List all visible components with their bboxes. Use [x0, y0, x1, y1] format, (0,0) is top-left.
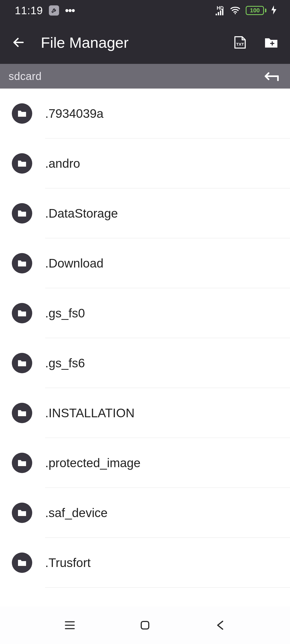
folder-icon: [12, 303, 32, 323]
folder-icon: [12, 103, 32, 124]
svg-rect-1: [218, 12, 219, 15]
file-name: .Trusfort: [45, 555, 91, 570]
back-button[interactable]: [11, 35, 26, 50]
list-item[interactable]: .7934039a: [0, 89, 290, 138]
list-item[interactable]: .Download: [0, 238, 290, 288]
battery-indicator: 100: [246, 6, 266, 15]
battery-level: 100: [250, 7, 260, 14]
file-name: .gs_fs0: [45, 306, 85, 320]
up-directory-button[interactable]: [263, 68, 280, 85]
list-item[interactable]: .andro: [0, 138, 290, 188]
file-name: .DataStorage: [45, 206, 118, 221]
folder-icon: [12, 353, 32, 373]
svg-rect-2: [220, 10, 221, 15]
path-label: sdcard: [9, 70, 263, 82]
list-item[interactable]: .protected_image: [0, 438, 290, 488]
app-bar: File Manager TXT: [0, 21, 290, 64]
file-name: .saf_device: [45, 506, 108, 520]
path-bar: sdcard: [0, 64, 290, 89]
file-name: .protected_image: [45, 456, 140, 470]
folder-icon: [12, 403, 32, 423]
list-item[interactable]: .gs_fs6: [0, 338, 290, 388]
page-title: File Manager: [41, 34, 218, 51]
list-item[interactable]: .saf_device: [0, 488, 290, 538]
system-nav-bar: [0, 606, 290, 644]
file-name: .gs_fs6: [45, 356, 85, 370]
home-button[interactable]: [134, 614, 156, 636]
file-name: .andro: [45, 156, 80, 171]
list-item[interactable]: .DataStorage: [0, 188, 290, 238]
folder-icon: [12, 253, 32, 273]
list-item[interactable]: .gs_fs0: [0, 288, 290, 338]
wrench-icon: [49, 5, 59, 16]
folder-icon: [12, 153, 32, 174]
folder-icon: [12, 203, 32, 224]
file-name: .Download: [45, 256, 103, 270]
folder-icon: [12, 453, 32, 473]
list-item[interactable]: .INSTALLATION: [0, 388, 290, 438]
new-text-file-button[interactable]: TXT: [233, 35, 248, 50]
status-right: HD 100: [216, 5, 277, 16]
file-name: .7934039a: [45, 106, 103, 121]
folder-icon: [12, 552, 32, 573]
svg-rect-0: [216, 14, 217, 15]
charging-icon: [271, 5, 277, 16]
file-name: .INSTALLATION: [45, 406, 135, 420]
svg-rect-3: [222, 9, 223, 15]
status-left: 11:19 •••: [15, 5, 75, 17]
more-icon: •••: [65, 9, 75, 12]
wifi-icon: [230, 5, 241, 16]
recents-button[interactable]: [59, 614, 81, 636]
svg-point-4: [235, 13, 236, 14]
new-folder-button[interactable]: [264, 35, 279, 50]
status-bar: 11:19 ••• HD 100: [0, 0, 290, 21]
svg-rect-14: [141, 621, 149, 629]
folder-icon: [12, 503, 32, 523]
back-nav-button[interactable]: [209, 614, 231, 636]
svg-text:TXT: TXT: [236, 42, 244, 46]
signal-icon: HD: [216, 6, 225, 15]
status-time: 11:19: [15, 5, 43, 17]
list-item[interactable]: .Trusfort: [0, 538, 290, 588]
file-list: .7934039a .andro .DataStorage .Download …: [0, 89, 290, 606]
svg-rect-8: [272, 41, 273, 45]
